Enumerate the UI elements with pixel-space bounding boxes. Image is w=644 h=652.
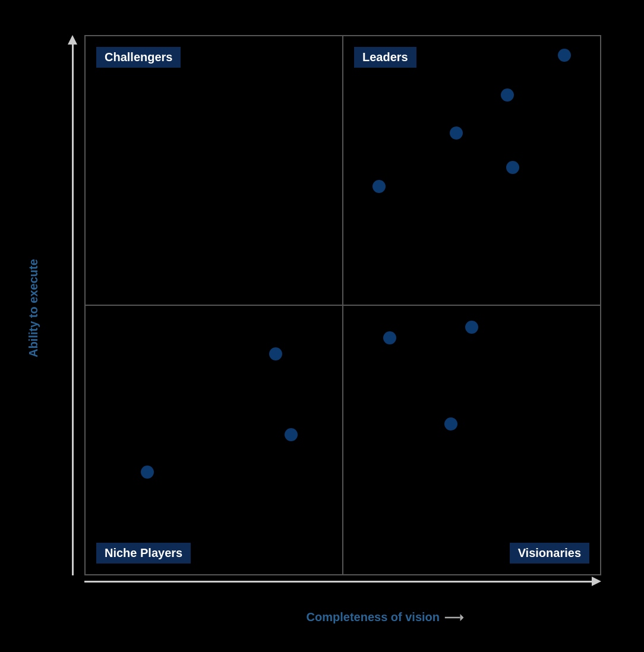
dot-d8 <box>444 417 457 431</box>
x-axis-arrow-svg <box>444 612 463 623</box>
dot-d1 <box>558 49 571 62</box>
quadrant-challengers: Challengers <box>85 36 343 305</box>
chart-wrapper: Ability to execute Challengers Leaders <box>25 23 619 629</box>
quadrant-niche: Niche Players <box>85 305 343 575</box>
y-axis-arrow-container <box>68 35 77 575</box>
visionaries-label: Visionaries <box>510 543 589 564</box>
quadrant-grid: Challengers Leaders Niche Players <box>84 35 601 575</box>
dot-d3 <box>450 126 463 140</box>
dot-d2 <box>501 88 514 102</box>
x-axis-arrow-container <box>84 577 601 586</box>
chart-area: Challengers Leaders Niche Players <box>61 35 607 599</box>
x-axis-text: Completeness of vision <box>307 610 440 624</box>
dot-d10 <box>285 428 298 441</box>
dot-d4 <box>506 161 519 174</box>
y-axis-label: Ability to execute <box>27 259 40 357</box>
leaders-label: Leaders <box>354 47 416 68</box>
dot-d7 <box>465 321 478 334</box>
dot-d5 <box>372 180 386 193</box>
dot-d6 <box>383 331 396 344</box>
x-axis-line <box>84 581 592 583</box>
challengers-label: Challengers <box>96 47 181 68</box>
y-axis-line <box>72 45 74 575</box>
quadrant-leaders: Leaders <box>343 36 601 305</box>
dot-d9 <box>269 347 282 360</box>
y-axis-text: Ability to execute <box>27 259 40 357</box>
svg-marker-1 <box>460 614 463 621</box>
y-axis-arrow-up <box>68 35 77 45</box>
quadrant-visionaries: Visionaries <box>343 305 601 575</box>
dot-d11 <box>141 466 154 479</box>
niche-label: Niche Players <box>96 543 191 564</box>
x-axis-arrow-right <box>592 577 601 586</box>
x-axis-label: Completeness of vision <box>307 610 464 624</box>
